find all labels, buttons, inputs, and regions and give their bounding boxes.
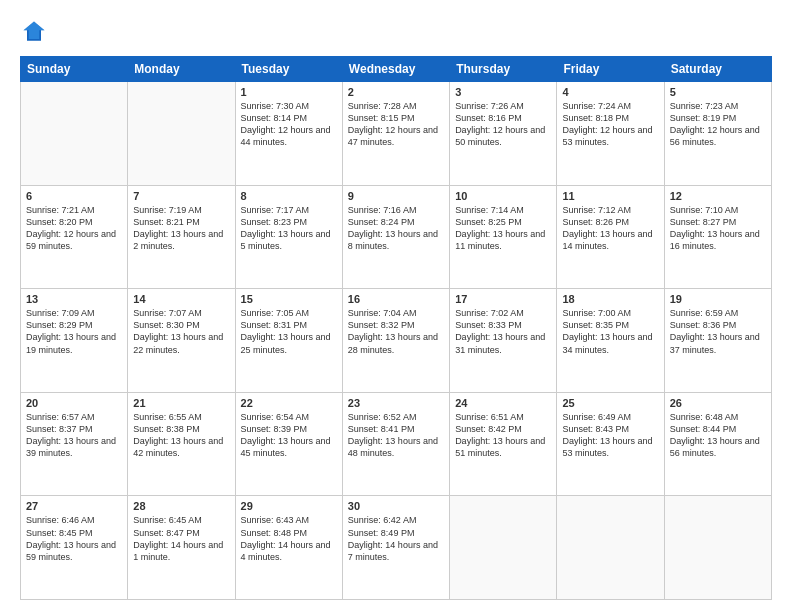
calendar-cell: 13Sunrise: 7:09 AMSunset: 8:29 PMDayligh… [21, 289, 128, 393]
calendar-cell: 24Sunrise: 6:51 AMSunset: 8:42 PMDayligh… [450, 392, 557, 496]
day-info: Sunrise: 7:07 AMSunset: 8:30 PMDaylight:… [133, 307, 229, 356]
day-number: 17 [455, 293, 551, 305]
page: SundayMondayTuesdayWednesdayThursdayFrid… [0, 0, 792, 612]
day-info: Sunrise: 7:17 AMSunset: 8:23 PMDaylight:… [241, 204, 337, 253]
calendar-cell: 6Sunrise: 7:21 AMSunset: 8:20 PMDaylight… [21, 185, 128, 289]
day-info: Sunrise: 7:02 AMSunset: 8:33 PMDaylight:… [455, 307, 551, 356]
day-number: 4 [562, 86, 658, 98]
calendar-cell: 4Sunrise: 7:24 AMSunset: 8:18 PMDaylight… [557, 82, 664, 186]
weekday-header-wednesday: Wednesday [342, 57, 449, 82]
day-info: Sunrise: 7:21 AMSunset: 8:20 PMDaylight:… [26, 204, 122, 253]
day-info: Sunrise: 6:48 AMSunset: 8:44 PMDaylight:… [670, 411, 766, 460]
weekday-header-saturday: Saturday [664, 57, 771, 82]
calendar-cell: 25Sunrise: 6:49 AMSunset: 8:43 PMDayligh… [557, 392, 664, 496]
day-number: 30 [348, 500, 444, 512]
calendar-cell [664, 496, 771, 600]
day-number: 25 [562, 397, 658, 409]
day-info: Sunrise: 7:05 AMSunset: 8:31 PMDaylight:… [241, 307, 337, 356]
day-info: Sunrise: 7:10 AMSunset: 8:27 PMDaylight:… [670, 204, 766, 253]
day-info: Sunrise: 6:54 AMSunset: 8:39 PMDaylight:… [241, 411, 337, 460]
calendar-cell: 18Sunrise: 7:00 AMSunset: 8:35 PMDayligh… [557, 289, 664, 393]
day-info: Sunrise: 7:09 AMSunset: 8:29 PMDaylight:… [26, 307, 122, 356]
day-number: 12 [670, 190, 766, 202]
calendar-week-2: 6Sunrise: 7:21 AMSunset: 8:20 PMDaylight… [21, 185, 772, 289]
svg-marker-1 [24, 22, 45, 40]
day-info: Sunrise: 6:43 AMSunset: 8:48 PMDaylight:… [241, 514, 337, 563]
day-info: Sunrise: 7:04 AMSunset: 8:32 PMDaylight:… [348, 307, 444, 356]
calendar-cell: 19Sunrise: 6:59 AMSunset: 8:36 PMDayligh… [664, 289, 771, 393]
day-info: Sunrise: 7:16 AMSunset: 8:24 PMDaylight:… [348, 204, 444, 253]
calendar-cell: 22Sunrise: 6:54 AMSunset: 8:39 PMDayligh… [235, 392, 342, 496]
calendar-cell: 16Sunrise: 7:04 AMSunset: 8:32 PMDayligh… [342, 289, 449, 393]
day-info: Sunrise: 6:52 AMSunset: 8:41 PMDaylight:… [348, 411, 444, 460]
weekday-header-friday: Friday [557, 57, 664, 82]
day-info: Sunrise: 7:23 AMSunset: 8:19 PMDaylight:… [670, 100, 766, 149]
calendar-table: SundayMondayTuesdayWednesdayThursdayFrid… [20, 56, 772, 600]
day-info: Sunrise: 6:55 AMSunset: 8:38 PMDaylight:… [133, 411, 229, 460]
day-number: 7 [133, 190, 229, 202]
logo [20, 18, 52, 46]
day-number: 11 [562, 190, 658, 202]
calendar-cell: 28Sunrise: 6:45 AMSunset: 8:47 PMDayligh… [128, 496, 235, 600]
day-info: Sunrise: 7:24 AMSunset: 8:18 PMDaylight:… [562, 100, 658, 149]
day-number: 14 [133, 293, 229, 305]
day-number: 3 [455, 86, 551, 98]
day-info: Sunrise: 6:46 AMSunset: 8:45 PMDaylight:… [26, 514, 122, 563]
calendar-cell [21, 82, 128, 186]
calendar-cell: 17Sunrise: 7:02 AMSunset: 8:33 PMDayligh… [450, 289, 557, 393]
calendar-cell: 10Sunrise: 7:14 AMSunset: 8:25 PMDayligh… [450, 185, 557, 289]
weekday-header-monday: Monday [128, 57, 235, 82]
calendar-cell: 30Sunrise: 6:42 AMSunset: 8:49 PMDayligh… [342, 496, 449, 600]
day-number: 9 [348, 190, 444, 202]
day-number: 8 [241, 190, 337, 202]
day-info: Sunrise: 7:30 AMSunset: 8:14 PMDaylight:… [241, 100, 337, 149]
day-number: 20 [26, 397, 122, 409]
logo-icon [20, 18, 48, 46]
day-number: 1 [241, 86, 337, 98]
day-number: 24 [455, 397, 551, 409]
day-number: 15 [241, 293, 337, 305]
calendar-cell: 12Sunrise: 7:10 AMSunset: 8:27 PMDayligh… [664, 185, 771, 289]
calendar-week-5: 27Sunrise: 6:46 AMSunset: 8:45 PMDayligh… [21, 496, 772, 600]
calendar-cell: 27Sunrise: 6:46 AMSunset: 8:45 PMDayligh… [21, 496, 128, 600]
day-info: Sunrise: 6:51 AMSunset: 8:42 PMDaylight:… [455, 411, 551, 460]
header [20, 18, 772, 46]
day-info: Sunrise: 7:12 AMSunset: 8:26 PMDaylight:… [562, 204, 658, 253]
day-number: 22 [241, 397, 337, 409]
calendar-cell: 11Sunrise: 7:12 AMSunset: 8:26 PMDayligh… [557, 185, 664, 289]
day-number: 21 [133, 397, 229, 409]
calendar-cell: 23Sunrise: 6:52 AMSunset: 8:41 PMDayligh… [342, 392, 449, 496]
day-info: Sunrise: 7:19 AMSunset: 8:21 PMDaylight:… [133, 204, 229, 253]
calendar-cell: 20Sunrise: 6:57 AMSunset: 8:37 PMDayligh… [21, 392, 128, 496]
calendar-cell: 14Sunrise: 7:07 AMSunset: 8:30 PMDayligh… [128, 289, 235, 393]
calendar-cell: 21Sunrise: 6:55 AMSunset: 8:38 PMDayligh… [128, 392, 235, 496]
weekday-header-sunday: Sunday [21, 57, 128, 82]
calendar-cell [128, 82, 235, 186]
calendar-cell: 3Sunrise: 7:26 AMSunset: 8:16 PMDaylight… [450, 82, 557, 186]
calendar-cell: 9Sunrise: 7:16 AMSunset: 8:24 PMDaylight… [342, 185, 449, 289]
calendar-cell [557, 496, 664, 600]
day-info: Sunrise: 7:26 AMSunset: 8:16 PMDaylight:… [455, 100, 551, 149]
day-number: 19 [670, 293, 766, 305]
day-number: 2 [348, 86, 444, 98]
day-number: 28 [133, 500, 229, 512]
day-info: Sunrise: 6:57 AMSunset: 8:37 PMDaylight:… [26, 411, 122, 460]
day-number: 23 [348, 397, 444, 409]
day-number: 6 [26, 190, 122, 202]
day-number: 13 [26, 293, 122, 305]
calendar-cell: 1Sunrise: 7:30 AMSunset: 8:14 PMDaylight… [235, 82, 342, 186]
calendar-cell: 2Sunrise: 7:28 AMSunset: 8:15 PMDaylight… [342, 82, 449, 186]
calendar-cell: 7Sunrise: 7:19 AMSunset: 8:21 PMDaylight… [128, 185, 235, 289]
weekday-header-thursday: Thursday [450, 57, 557, 82]
day-number: 18 [562, 293, 658, 305]
day-info: Sunrise: 6:45 AMSunset: 8:47 PMDaylight:… [133, 514, 229, 563]
day-info: Sunrise: 6:59 AMSunset: 8:36 PMDaylight:… [670, 307, 766, 356]
calendar-cell: 15Sunrise: 7:05 AMSunset: 8:31 PMDayligh… [235, 289, 342, 393]
day-info: Sunrise: 6:42 AMSunset: 8:49 PMDaylight:… [348, 514, 444, 563]
day-number: 27 [26, 500, 122, 512]
day-info: Sunrise: 7:28 AMSunset: 8:15 PMDaylight:… [348, 100, 444, 149]
day-number: 10 [455, 190, 551, 202]
calendar-week-1: 1Sunrise: 7:30 AMSunset: 8:14 PMDaylight… [21, 82, 772, 186]
calendar-cell: 8Sunrise: 7:17 AMSunset: 8:23 PMDaylight… [235, 185, 342, 289]
day-number: 16 [348, 293, 444, 305]
